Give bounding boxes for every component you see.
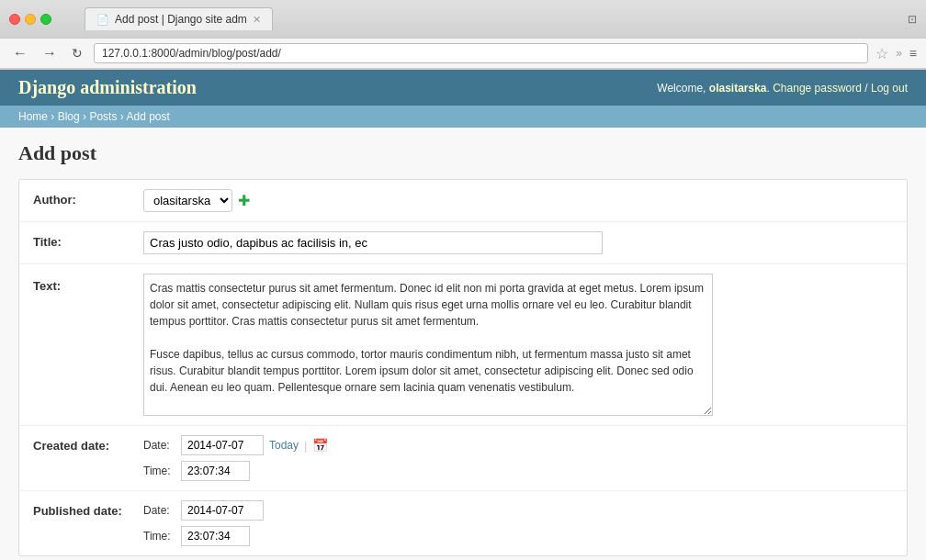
created-date-group: Date: Today | 📅 Time: [143,435,328,481]
created-date-content: Date: Today | 📅 Time: [143,435,893,481]
created-date-date-row: Date: Today | 📅 [143,435,328,455]
username: olasitarska [709,82,767,95]
title-row: Title: [19,222,907,264]
extensions-icon: » [896,47,902,60]
browser-tab[interactable]: 📄 Add post | Django site adm ✕ [85,7,273,30]
created-date-label: Created date: [33,435,143,453]
time-sublabel: Time: [143,465,175,477]
published-date-content: Date: Time: [143,500,893,546]
created-time-input[interactable] [181,461,250,481]
title-field-content [143,231,893,254]
back-button[interactable]: ← [9,43,31,63]
welcome-text: Welcome, [657,82,706,95]
page-title: Add post [18,141,908,165]
created-date-row: Created date: Date: Today | 📅 Time: [19,426,907,491]
window-controls: ⊡ [908,13,917,26]
tab-title: Add post | Django site adm [115,13,247,26]
add-post-form: Author: olasitarska ✚ Title: Text: [18,179,908,556]
maximize-button[interactable] [40,14,51,25]
user-info: Welcome, olasitarska. Change password / … [657,82,908,95]
breadcrumb-current: Add post [126,110,169,123]
tab-close-icon[interactable]: ✕ [253,14,261,26]
published-date-label: Published date: [33,500,143,518]
title-label: Title: [33,231,143,249]
refresh-button[interactable]: ↻ [68,44,86,62]
text-label: Text: [33,274,143,293]
close-button[interactable] [9,14,20,25]
forward-button[interactable]: → [39,43,61,63]
published-time-input[interactable] [181,526,250,546]
browser-chrome: 📄 Add post | Django site adm ✕ ⊡ ← → ↻ ☆… [0,0,926,70]
tab-favicon: 📄 [96,14,109,26]
created-time-row: Time: [143,461,328,481]
published-date-date-row: Date: [143,500,264,521]
change-password-link[interactable]: Change password [773,82,862,95]
published-date-group: Date: Time: [143,500,264,546]
author-row: Author: olasitarska ✚ [19,180,907,222]
bookmark-icon[interactable]: ☆ [875,45,888,62]
author-label: Author: [33,189,143,207]
url-input[interactable] [94,43,868,63]
title-input[interactable] [143,231,603,254]
author-field-content: olasitarska ✚ [143,189,893,212]
traffic-lights [9,14,51,25]
author-select[interactable]: olasitarska [143,189,232,212]
text-textarea[interactable]: Cras mattis consectetur purus sit amet f… [143,274,713,416]
breadcrumb-posts[interactable]: Posts [89,110,117,123]
logout-link[interactable]: Log out [871,82,908,95]
separator-pipe: | [304,439,307,453]
add-author-icon[interactable]: ✚ [238,192,250,209]
text-field-content: Cras mattis consectetur purus sit amet f… [143,274,893,416]
admin-header: Django administration Welcome, olasitars… [0,70,926,106]
today-link[interactable]: Today [269,439,299,452]
menu-icon[interactable]: ≡ [909,46,917,61]
address-bar: ← → ↻ ☆ » ≡ [0,38,926,69]
django-admin: Django administration Welcome, olasitars… [0,70,926,560]
breadcrumb-blog[interactable]: Blog [58,110,80,123]
title-bar: 📄 Add post | Django site adm ✕ ⊡ [0,0,926,38]
date-sublabel: Date: [143,439,175,452]
published-time-row: Time: [143,526,264,546]
published-time-sublabel: Time: [143,530,175,543]
text-row: Text: Cras mattis consectetur purus sit … [19,264,907,426]
breadcrumb-home[interactable]: Home [18,110,48,123]
created-date-input[interactable] [181,435,264,455]
breadcrumb-separator: › [51,110,57,123]
content-area: Add post Author: olasitarska ✚ Title: [0,128,926,560]
published-date-row: Published date: Date: Time: [19,491,907,555]
breadcrumb: Home › Blog › Posts › Add post [0,106,926,128]
published-date-input[interactable] [181,500,264,521]
admin-title: Django administration [18,77,197,98]
published-date-sublabel: Date: [143,504,175,517]
minimize-button[interactable] [25,14,36,25]
calendar-icon[interactable]: 📅 [312,438,328,453]
